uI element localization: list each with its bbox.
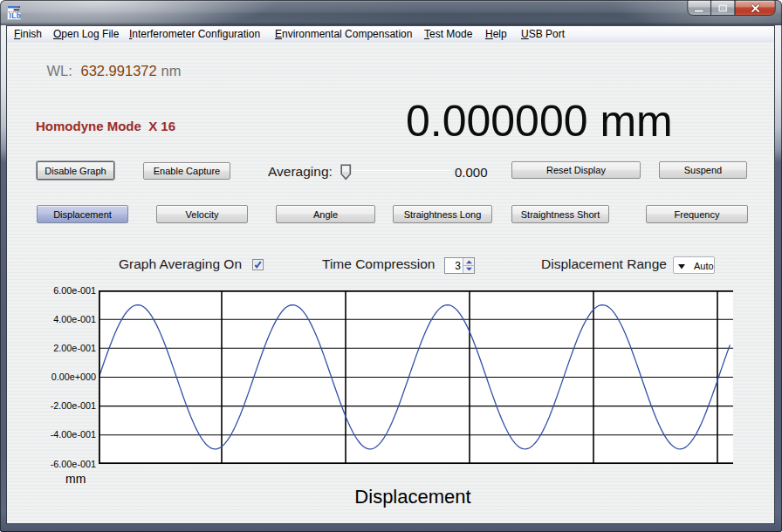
svg-text:ILb: ILb xyxy=(10,12,21,20)
